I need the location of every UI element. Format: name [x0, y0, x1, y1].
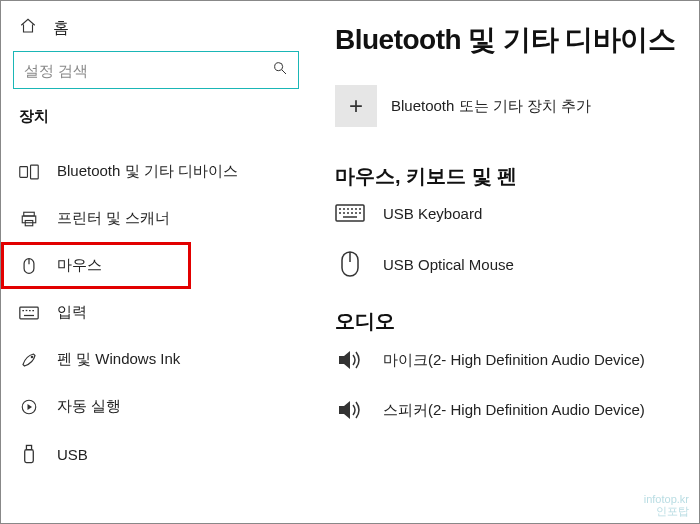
home-link[interactable]: 홈 — [1, 13, 311, 51]
search-input-container[interactable] — [13, 51, 299, 89]
sidebar-item-bluetooth[interactable]: Bluetooth 및 기타 디바이스 — [1, 148, 311, 195]
keyboard-device-icon — [335, 204, 365, 222]
sidebar-item-usb[interactable]: USB — [1, 430, 311, 478]
svg-rect-3 — [31, 165, 39, 179]
section-heading: 마우스, 키보드 및 펜 — [335, 163, 700, 190]
keyboard-icon — [19, 306, 39, 320]
speaker-icon — [335, 399, 365, 421]
usb-icon — [19, 444, 39, 464]
plus-icon: + — [335, 85, 377, 127]
device-item[interactable]: USB Keyboard — [335, 204, 700, 222]
search-input[interactable] — [24, 62, 272, 79]
svg-point-15 — [31, 356, 33, 358]
device-name: USB Keyboard — [383, 205, 482, 222]
category-label: 장치 — [1, 107, 311, 134]
bluetooth-devices-icon — [19, 163, 39, 181]
sidebar-item-mouse[interactable]: 마우스 — [1, 242, 191, 289]
section-heading: 오디오 — [335, 308, 700, 335]
sidebar-item-label: 펜 및 Windows Ink — [57, 350, 180, 369]
svg-line-1 — [282, 70, 286, 74]
svg-rect-19 — [25, 450, 34, 463]
sidebar-item-label: 마우스 — [57, 256, 102, 275]
sidebar-item-printers[interactable]: 프린터 및 스캐너 — [1, 195, 311, 242]
svg-marker-37 — [339, 401, 350, 419]
sidebar: 홈 장치 Bluetooth 및 기타 디바이스 프린터 및 스캐너 마우스 — [1, 1, 311, 523]
sidebar-item-typing[interactable]: 입력 — [1, 289, 311, 336]
svg-marker-17 — [28, 404, 33, 410]
mouse-device-icon — [335, 250, 365, 278]
section-audio: 오디오 마이크(2- High Definition Audio Device)… — [335, 308, 700, 421]
sidebar-item-pen[interactable]: 펜 및 Windows Ink — [1, 336, 311, 383]
content-pane: Bluetooth 및 기타 디바이스 + Bluetooth 또는 기타 장치… — [331, 1, 700, 523]
device-name: 마이크(2- High Definition Audio Device) — [383, 351, 645, 370]
sidebar-item-autoplay[interactable]: 자동 실행 — [1, 383, 311, 430]
printer-icon — [19, 210, 39, 228]
device-item[interactable]: 스피커(2- High Definition Audio Device) — [335, 399, 700, 421]
page-title: Bluetooth 및 기타 디바이스 — [335, 21, 700, 59]
device-item[interactable]: USB Optical Mouse — [335, 250, 700, 278]
mouse-icon — [19, 257, 39, 275]
sidebar-item-label: Bluetooth 및 기타 디바이스 — [57, 162, 238, 181]
svg-rect-9 — [20, 307, 38, 319]
home-label: 홈 — [53, 18, 69, 39]
sidebar-item-label: 자동 실행 — [57, 397, 121, 416]
device-name: 스피커(2- High Definition Audio Device) — [383, 401, 645, 420]
sidebar-item-label: 프린터 및 스캐너 — [57, 209, 170, 228]
watermark: infotop.kr 인포탑 — [644, 493, 689, 517]
autoplay-icon — [19, 398, 39, 416]
add-device-button[interactable]: + Bluetooth 또는 기타 장치 추가 — [335, 85, 700, 127]
device-item[interactable]: 마이크(2- High Definition Audio Device) — [335, 349, 700, 371]
svg-rect-5 — [22, 216, 36, 223]
sidebar-item-label: USB — [57, 446, 88, 463]
sidebar-item-label: 입력 — [57, 303, 87, 322]
home-icon — [19, 17, 37, 39]
svg-rect-2 — [20, 166, 28, 177]
nav-list: Bluetooth 및 기타 디바이스 프린터 및 스캐너 마우스 입력 펜 및 — [1, 134, 311, 478]
svg-marker-36 — [339, 351, 350, 369]
section-mouse-keyboard-pen: 마우스, 키보드 및 펜 USB Keyboard USB Optical Mo… — [335, 163, 700, 278]
pen-icon — [19, 351, 39, 369]
speaker-icon — [335, 349, 365, 371]
svg-point-0 — [275, 63, 283, 71]
device-name: USB Optical Mouse — [383, 256, 514, 273]
add-device-label: Bluetooth 또는 기타 장치 추가 — [391, 97, 591, 116]
search-icon — [272, 60, 288, 80]
